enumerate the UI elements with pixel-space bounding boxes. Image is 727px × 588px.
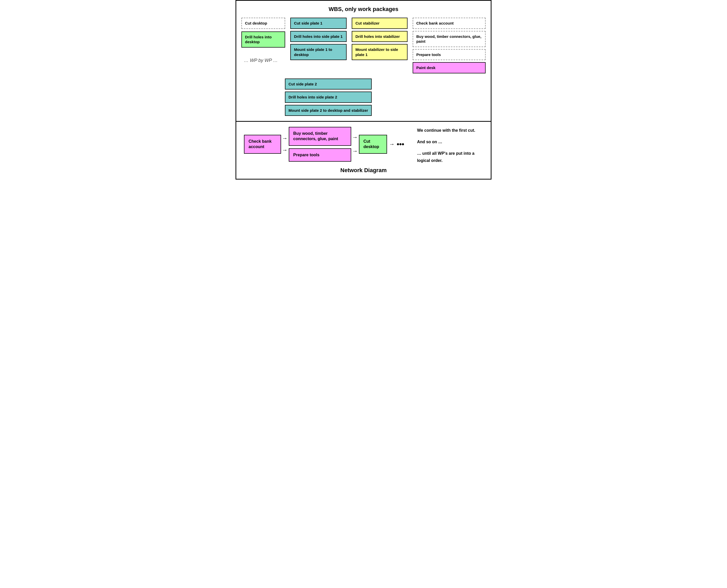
network-node-prepare-tools: Prepare tools [289, 148, 351, 162]
main-wrapper: WBS, only work packages Cut desktop Dril… [236, 0, 491, 180]
arrow-converge-bottom: → [352, 148, 358, 154]
arrow-down: → [282, 147, 288, 153]
box-mount-stab: Mount stabilizer to side plate 1 [352, 44, 407, 60]
network-diagram-row: Check bank account → → Buy wood, timber … [244, 127, 483, 165]
box-drill-stab: Drill holes into stabilizer [352, 31, 407, 42]
arrow-up: → [282, 135, 288, 142]
box-mount-sp1: Mount side plate 1 to desktop [290, 44, 347, 60]
box-cut-sp1: Cut side plate 1 [290, 18, 347, 29]
box-drill-sp1: Drill holes into side plate 1 [290, 31, 347, 42]
network-flow-inner: Check bank account → → Buy wood, timber … [244, 127, 404, 162]
network-text-line2: And so on … [417, 139, 483, 146]
col-right: Check bank account Buy wood, timber conn… [413, 18, 486, 74]
col-sp1: Cut side plate 1 Drill holes into side p… [290, 18, 347, 60]
wbs-italic: … WP by WP … [241, 50, 285, 63]
network-node-check-bank: Check bank account [244, 135, 281, 154]
box-cut-stab: Cut stabilizer [352, 18, 407, 29]
box-drill-desktop: Drill holes into desktop [241, 31, 285, 47]
network-title: Network Diagram [244, 167, 483, 174]
network-section: Check bank account → → Buy wood, timber … [236, 122, 491, 179]
wbs-content: Cut desktop Drill holes into desktop … W… [241, 18, 486, 74]
network-text-line3: … until all WP's are put into a logical … [417, 150, 483, 165]
box-cut-sp2: Cut side plate 2 [285, 79, 372, 90]
network-node-cut-desktop: Cut desktop [359, 135, 387, 154]
box-paint-desk-wbs: Paint desk [413, 62, 486, 74]
wbs-row2: Cut side plate 2 Drill holes into side p… [241, 79, 486, 116]
box-prepare-tools-wbs: Prepare tools [413, 49, 486, 60]
final-arrow: → [389, 141, 395, 148]
network-text-line1: We continue with the first cut. [417, 127, 483, 134]
box-buy-wood-wbs: Buy wood, timber connectors, glue, paint [413, 31, 486, 47]
arrow-converge-top: → [352, 134, 358, 141]
box-drill-sp2: Drill holes into side plate 2 [285, 91, 372, 103]
network-flow: Check bank account → → Buy wood, timber … [244, 127, 404, 162]
col-sp2: Cut side plate 2 Drill holes into side p… [285, 79, 372, 116]
col-left: Cut desktop Drill holes into desktop … W… [241, 18, 285, 63]
box-mount-sp2: Mount side plate 2 to desktop and stabil… [285, 105, 372, 116]
box-check-bank-wbs: Check bank account [413, 18, 486, 29]
converge-arrows: → → [352, 134, 358, 154]
box-cut-desktop: Cut desktop [241, 18, 285, 29]
network-node-buy-wood: Buy wood, timber connectors, glue, paint [289, 127, 351, 146]
network-text: We continue with the first cut. And so o… [417, 127, 483, 165]
wbs-section: WBS, only work packages Cut desktop Dril… [236, 1, 491, 122]
col-stab: Cut stabilizer Drill holes into stabiliz… [352, 18, 407, 60]
wbs-title: WBS, only work packages [241, 6, 486, 13]
split-arrow: → → [282, 135, 288, 153]
dots: ••• [397, 140, 404, 148]
branch-block: Buy wood, timber connectors, glue, paint… [289, 127, 351, 162]
